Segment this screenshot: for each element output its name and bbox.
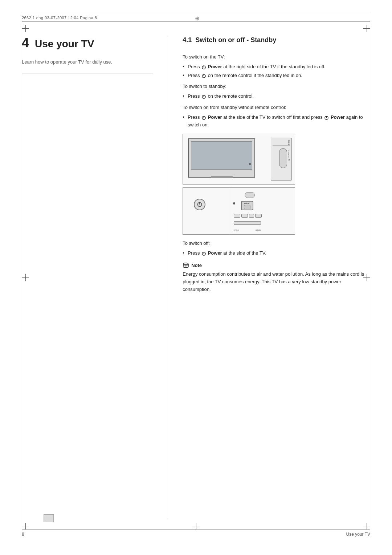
btn-1	[234, 214, 240, 218]
crosshair-top-left-icon	[22, 25, 29, 32]
switch-on-heading: To switch on the TV:	[183, 53, 370, 61]
input-label: INPUT	[244, 202, 250, 204]
standby-item-1: Press on the remote control.	[183, 93, 370, 100]
no-remote-list: Press Power at the side of the TV to swi…	[183, 114, 370, 129]
power-icon-6	[201, 251, 206, 256]
label-game: GAME	[256, 229, 261, 231]
page-number: 8	[22, 532, 24, 537]
power-label-1: Power	[208, 64, 222, 69]
tv-stand-base	[211, 176, 233, 178]
btn-4	[255, 214, 262, 218]
power-icon-2	[201, 73, 206, 78]
header-bar: 2662.1 eng 03-07-2007 12:04 Pagina 8 ⊕	[22, 14, 370, 22]
bottom-power-btn	[194, 199, 205, 210]
power-label-2: Power	[208, 114, 222, 120]
wide-bar	[234, 221, 261, 225]
input-button: INPUT	[241, 201, 253, 210]
switch-off-heading: To switch off:	[183, 240, 370, 247]
standby-heading: To switch to standby:	[183, 83, 370, 90]
bottom-right-panel: INPUT	[230, 188, 295, 234]
switch-off-item-1: Press Power at the side of the TV.	[183, 250, 370, 257]
header-crosshair-icon: ⊕	[195, 15, 200, 22]
note-icon	[183, 262, 189, 269]
chapter-divider	[22, 73, 153, 73]
tv-bottom-diagram: INPUT	[183, 187, 295, 235]
tv-bezel	[188, 138, 255, 178]
tv-body	[188, 138, 255, 178]
power-icon-1	[201, 65, 206, 69]
note-label: Note	[191, 263, 202, 268]
switch-on-item-1: Press Power at the right side of the TV …	[183, 63, 370, 71]
power-text-label: ⏻ POWER	[287, 150, 290, 161]
main-content: 4 Use your TV Learn how to operate your …	[22, 36, 370, 519]
note-text: Energy consumption contributes to air an…	[183, 271, 370, 293]
right-column: 4.1 Switch on or off - Standby To switch…	[168, 36, 370, 519]
side-panel: PRO ⏻ POWER	[271, 138, 292, 181]
diagram-area: PRO ⏻ POWER	[183, 134, 370, 235]
power-icon-5	[324, 115, 329, 120]
tv-screen	[191, 141, 252, 170]
switch-on-list: Press Power at the right side of the TV …	[183, 63, 370, 80]
bottom-row-labels: EDGE GAME	[234, 229, 261, 231]
chapter-subtitle: Learn how to operate your TV for daily u…	[22, 58, 153, 66]
sensor-oval	[245, 192, 255, 198]
section-number: 4.1	[183, 36, 192, 44]
power-label-3: Power	[331, 114, 345, 120]
input-button-inner: INPUT	[244, 202, 250, 209]
note-section: Note Energy consumption contributes to a…	[183, 262, 370, 293]
power-label-4: Power	[208, 250, 222, 256]
crosshair-top-right-icon	[363, 25, 370, 32]
label-edge: EDGE	[234, 229, 239, 231]
btn-2	[241, 214, 248, 218]
standby-list: Press on the remote control.	[183, 93, 370, 100]
section-title: Switch on or off - Standby	[195, 36, 276, 44]
switch-on-item-2: Press on the remote control if the stand…	[183, 72, 370, 80]
footer-square	[44, 514, 54, 522]
tv-side-diagram: PRO ⏻ POWER	[183, 134, 295, 185]
footer: 8 Use your TV	[22, 529, 370, 537]
page-container: 2662.1 eng 03-07-2007 12:04 Pagina 8 ⊕ 4…	[0, 0, 392, 555]
no-remote-item-1: Press Power at the side of the TV to swi…	[183, 114, 370, 129]
note-header: Note	[183, 262, 370, 269]
power-icon-4	[201, 115, 206, 120]
button-row	[234, 214, 262, 218]
bottom-power-icon	[197, 202, 203, 207]
panel-divider	[273, 145, 290, 146]
left-column: 4 Use your TV Learn how to operate your …	[22, 36, 168, 519]
power-button-side	[279, 148, 287, 168]
right-indicator-dot	[233, 202, 235, 204]
footer-section-label: Use your TV	[346, 532, 370, 537]
chapter-title: Use your TV	[35, 38, 94, 50]
chapter-number: 4	[22, 36, 29, 49]
switch-off-list: Press Power at the side of the TV.	[183, 250, 370, 257]
input-inner-box	[244, 205, 250, 209]
no-remote-heading: To switch on from standby without remote…	[183, 104, 370, 112]
pro-label: PRO	[288, 140, 290, 145]
btn-3	[249, 214, 254, 218]
bottom-left-panel	[183, 188, 230, 234]
power-icon-3	[201, 94, 206, 99]
